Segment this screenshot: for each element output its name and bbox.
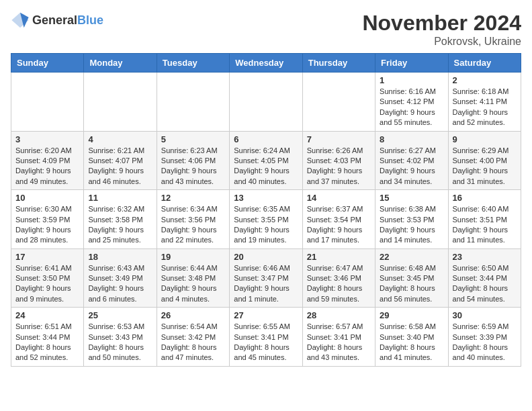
logo-blue-text: Blue	[77, 13, 103, 27]
day-info: Sunrise: 6:35 AMSunset: 3:55 PMDaylight:…	[234, 204, 298, 246]
day-info: Sunrise: 6:55 AMSunset: 3:41 PMDaylight:…	[234, 322, 298, 363]
day-info: Sunrise: 6:47 AMSunset: 3:46 PMDaylight:…	[307, 263, 371, 305]
day-cell: 2Sunrise: 6:18 AMSunset: 4:11 PMDaylight…	[448, 73, 521, 132]
weekday-header-row: SundayMondayTuesdayWednesdayThursdayFrid…	[11, 54, 521, 73]
day-number: 15	[380, 193, 443, 203]
day-info: Sunrise: 6:27 AMSunset: 4:02 PMDaylight:…	[380, 146, 443, 187]
day-number: 19	[161, 252, 225, 262]
day-cell: 8Sunrise: 6:27 AMSunset: 4:02 PMDaylight…	[375, 131, 448, 190]
day-number: 29	[380, 310, 443, 320]
day-cell: 14Sunrise: 6:37 AMSunset: 3:54 PMDayligh…	[302, 190, 375, 249]
day-cell: 24Sunrise: 6:51 AMSunset: 3:44 PMDayligh…	[11, 308, 84, 367]
day-number: 13	[234, 193, 298, 203]
day-cell: 12Sunrise: 6:34 AMSunset: 3:56 PMDayligh…	[157, 190, 229, 249]
day-info: Sunrise: 6:57 AMSunset: 3:41 PMDaylight:…	[307, 322, 371, 363]
day-number: 11	[88, 193, 152, 203]
day-number: 20	[234, 252, 298, 262]
day-info: Sunrise: 6:46 AMSunset: 3:47 PMDaylight:…	[234, 263, 298, 305]
logo-general-text: General	[32, 13, 77, 27]
day-info: Sunrise: 6:54 AMSunset: 3:42 PMDaylight:…	[161, 322, 225, 363]
day-cell: 29Sunrise: 6:58 AMSunset: 3:40 PMDayligh…	[375, 308, 448, 367]
day-cell: 15Sunrise: 6:38 AMSunset: 3:53 PMDayligh…	[375, 190, 448, 249]
day-info: Sunrise: 6:59 AMSunset: 3:39 PMDaylight:…	[453, 322, 517, 363]
weekday-header-friday: Friday	[375, 54, 448, 73]
day-info: Sunrise: 6:16 AMSunset: 4:12 PMDaylight:…	[380, 87, 443, 128]
day-number: 27	[234, 310, 298, 320]
day-number: 1	[380, 75, 443, 85]
month-title: November 2024	[362, 11, 521, 36]
day-info: Sunrise: 6:23 AMSunset: 4:06 PMDaylight:…	[161, 146, 225, 187]
day-cell: 6Sunrise: 6:24 AMSunset: 4:05 PMDaylight…	[230, 131, 302, 190]
location-title: Pokrovsk, Ukraine	[362, 36, 521, 48]
day-number: 18	[88, 252, 152, 262]
day-number: 26	[161, 310, 225, 320]
day-info: Sunrise: 6:51 AMSunset: 3:44 PMDaylight:…	[15, 322, 79, 363]
weekday-header-wednesday: Wednesday	[230, 54, 302, 73]
day-cell: 5Sunrise: 6:23 AMSunset: 4:06 PMDaylight…	[157, 131, 229, 190]
day-number: 21	[307, 252, 371, 262]
title-area: November 2024 Pokrovsk, Ukraine	[362, 11, 521, 48]
day-number: 8	[380, 134, 443, 144]
day-number: 16	[453, 193, 517, 203]
week-row-1: 1Sunrise: 6:16 AMSunset: 4:12 PMDaylight…	[11, 73, 521, 132]
logo-icon	[11, 11, 30, 30]
day-info: Sunrise: 6:34 AMSunset: 3:56 PMDaylight:…	[161, 204, 225, 246]
day-cell: 11Sunrise: 6:32 AMSunset: 3:58 PMDayligh…	[84, 190, 157, 249]
day-cell: 26Sunrise: 6:54 AMSunset: 3:42 PMDayligh…	[157, 308, 229, 367]
day-info: Sunrise: 6:38 AMSunset: 3:53 PMDaylight:…	[380, 204, 443, 246]
day-info: Sunrise: 6:40 AMSunset: 3:51 PMDaylight:…	[453, 204, 517, 246]
day-number: 2	[453, 75, 517, 85]
day-info: Sunrise: 6:18 AMSunset: 4:11 PMDaylight:…	[453, 87, 517, 128]
day-cell: 25Sunrise: 6:53 AMSunset: 3:43 PMDayligh…	[84, 308, 157, 367]
day-info: Sunrise: 6:53 AMSunset: 3:43 PMDaylight:…	[88, 322, 152, 363]
day-cell	[230, 73, 302, 132]
day-cell	[157, 73, 229, 132]
day-cell	[11, 73, 84, 132]
day-cell: 23Sunrise: 6:50 AMSunset: 3:44 PMDayligh…	[448, 248, 521, 308]
day-cell: 3Sunrise: 6:20 AMSunset: 4:09 PMDaylight…	[11, 131, 84, 190]
day-cell: 22Sunrise: 6:48 AMSunset: 3:45 PMDayligh…	[375, 248, 448, 308]
weekday-header-sunday: Sunday	[11, 54, 84, 73]
day-number: 7	[307, 134, 371, 144]
day-info: Sunrise: 6:26 AMSunset: 4:03 PMDaylight:…	[307, 146, 371, 187]
week-row-2: 3Sunrise: 6:20 AMSunset: 4:09 PMDaylight…	[11, 131, 521, 190]
day-info: Sunrise: 6:21 AMSunset: 4:07 PMDaylight:…	[88, 146, 152, 187]
day-number: 24	[15, 310, 79, 320]
day-cell: 21Sunrise: 6:47 AMSunset: 3:46 PMDayligh…	[302, 248, 375, 308]
day-info: Sunrise: 6:24 AMSunset: 4:05 PMDaylight:…	[234, 146, 298, 187]
day-info: Sunrise: 6:29 AMSunset: 4:00 PMDaylight:…	[453, 146, 517, 187]
weekday-header-thursday: Thursday	[302, 54, 375, 73]
day-number: 9	[453, 134, 517, 144]
day-cell: 30Sunrise: 6:59 AMSunset: 3:39 PMDayligh…	[448, 308, 521, 367]
day-cell: 19Sunrise: 6:44 AMSunset: 3:48 PMDayligh…	[157, 248, 229, 308]
day-cell: 27Sunrise: 6:55 AMSunset: 3:41 PMDayligh…	[230, 308, 302, 367]
page-header: GeneralBlue November 2024 Pokrovsk, Ukra…	[11, 11, 521, 48]
day-number: 10	[15, 193, 79, 203]
day-cell	[84, 73, 157, 132]
day-info: Sunrise: 6:41 AMSunset: 3:50 PMDaylight:…	[15, 263, 79, 305]
day-number: 22	[380, 252, 443, 262]
day-info: Sunrise: 6:37 AMSunset: 3:54 PMDaylight:…	[307, 204, 371, 246]
day-cell: 1Sunrise: 6:16 AMSunset: 4:12 PMDaylight…	[375, 73, 448, 132]
day-number: 30	[453, 310, 517, 320]
day-info: Sunrise: 6:43 AMSunset: 3:49 PMDaylight:…	[88, 263, 152, 305]
day-cell: 10Sunrise: 6:30 AMSunset: 3:59 PMDayligh…	[11, 190, 84, 249]
day-number: 6	[234, 134, 298, 144]
week-row-4: 17Sunrise: 6:41 AMSunset: 3:50 PMDayligh…	[11, 248, 521, 308]
day-cell: 4Sunrise: 6:21 AMSunset: 4:07 PMDaylight…	[84, 131, 157, 190]
day-cell	[302, 73, 375, 132]
weekday-header-saturday: Saturday	[448, 54, 521, 73]
day-number: 23	[453, 252, 517, 262]
day-info: Sunrise: 6:30 AMSunset: 3:59 PMDaylight:…	[15, 204, 79, 246]
calendar-table: SundayMondayTuesdayWednesdayThursdayFrid…	[11, 53, 521, 367]
weekday-header-tuesday: Tuesday	[157, 54, 229, 73]
day-cell: 17Sunrise: 6:41 AMSunset: 3:50 PMDayligh…	[11, 248, 84, 308]
day-cell: 20Sunrise: 6:46 AMSunset: 3:47 PMDayligh…	[230, 248, 302, 308]
logo: GeneralBlue	[11, 11, 103, 30]
day-number: 17	[15, 252, 79, 262]
day-number: 14	[307, 193, 371, 203]
day-info: Sunrise: 6:50 AMSunset: 3:44 PMDaylight:…	[453, 263, 517, 305]
week-row-3: 10Sunrise: 6:30 AMSunset: 3:59 PMDayligh…	[11, 190, 521, 249]
day-info: Sunrise: 6:44 AMSunset: 3:48 PMDaylight:…	[161, 263, 225, 305]
day-cell: 13Sunrise: 6:35 AMSunset: 3:55 PMDayligh…	[230, 190, 302, 249]
